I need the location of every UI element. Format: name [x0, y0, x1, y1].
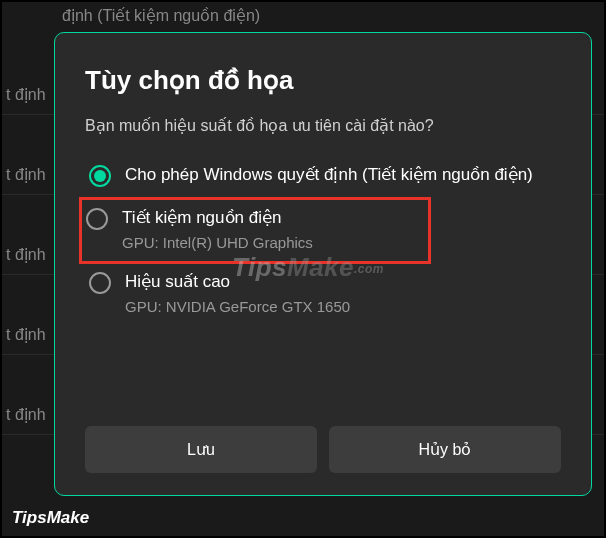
- graphics-options-dialog: Tùy chọn đồ họa Bạn muốn hiệu suất đồ họ…: [54, 32, 592, 496]
- dialog-subtitle: Bạn muốn hiệu suất đồ họa ưu tiên cài đặ…: [85, 116, 561, 135]
- radio-icon: [89, 165, 111, 187]
- option-text: Cho phép Windows quyết định (Tiết kiệm n…: [125, 163, 557, 187]
- option-text: Hiệu suất cao GPU: NVIDIA GeForce GTX 16…: [125, 270, 557, 315]
- option-label: Hiệu suất cao: [125, 270, 557, 294]
- footer-brand: TipsMake: [12, 508, 89, 528]
- option-text: Tiết kiệm nguồn điện GPU: Intel(R) UHD G…: [122, 206, 424, 251]
- option-power-saving[interactable]: Tiết kiệm nguồn điện GPU: Intel(R) UHD G…: [79, 197, 431, 264]
- save-button[interactable]: Lưu: [85, 426, 317, 473]
- option-let-windows-decide[interactable]: Cho phép Windows quyết định (Tiết kiệm n…: [85, 157, 561, 197]
- bg-item: định (Tiết kiệm nguồn điện): [2, 2, 604, 35]
- option-sublabel: GPU: Intel(R) UHD Graphics: [122, 234, 424, 251]
- radio-icon: [86, 208, 108, 230]
- dialog-buttons: Lưu Hủy bỏ: [85, 426, 561, 473]
- option-label: Cho phép Windows quyết định (Tiết kiệm n…: [125, 163, 557, 187]
- radio-icon: [89, 272, 111, 294]
- option-sublabel: GPU: NVIDIA GeForce GTX 1650: [125, 298, 557, 315]
- options-group: Cho phép Windows quyết định (Tiết kiệm n…: [85, 157, 561, 408]
- dialog-title: Tùy chọn đồ họa: [85, 65, 561, 96]
- option-high-performance[interactable]: Hiệu suất cao GPU: NVIDIA GeForce GTX 16…: [85, 264, 561, 325]
- cancel-button[interactable]: Hủy bỏ: [329, 426, 561, 473]
- option-label: Tiết kiệm nguồn điện: [122, 206, 424, 230]
